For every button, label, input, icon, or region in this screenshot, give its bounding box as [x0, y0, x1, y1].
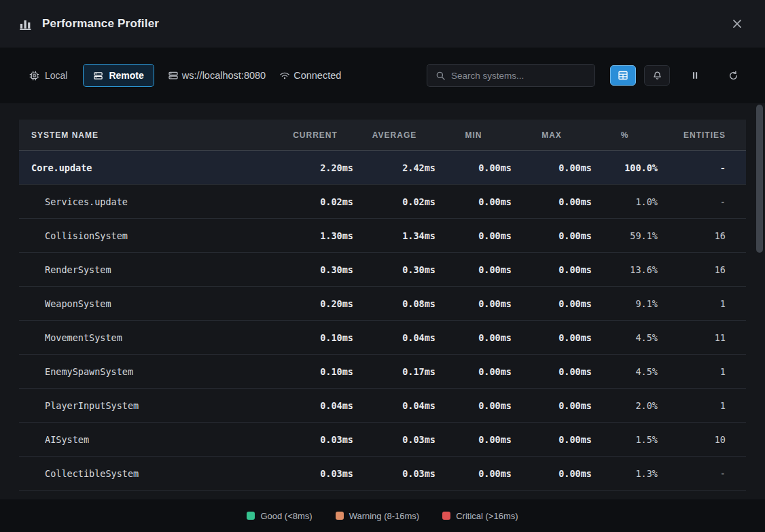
pause-button[interactable]	[682, 65, 708, 86]
legend: Good (<8ms) Warning (8-16ms) Critical (>…	[0, 499, 765, 532]
cell-average: 0.30ms	[353, 264, 435, 275]
cell-average: 0.04ms	[353, 400, 435, 411]
alerts-button[interactable]	[644, 65, 670, 86]
cell-current: 0.03ms	[277, 434, 353, 445]
cell-system-name: Services.update	[19, 196, 277, 207]
cell-system-name: AISystem	[19, 434, 277, 445]
pause-icon	[690, 71, 700, 80]
profiler-window: Performance Profiler	[0, 0, 765, 532]
cell-average: 0.17ms	[353, 366, 435, 377]
cell-system-name: EnemySpawnSystem	[19, 366, 277, 377]
ws-url-text: ws://localhost:8080	[182, 70, 266, 81]
cell-max: 0.00ms	[512, 298, 592, 309]
table-row[interactable]: RenderSystem 0.30ms 0.30ms 0.00ms 0.00ms…	[19, 253, 746, 287]
table-header-row: SYSTEM NAME CURRENT AVERAGE MIN MAX % EN…	[19, 120, 746, 151]
table-row[interactable]: WeaponSystem 0.20ms 0.08ms 0.00ms 0.00ms…	[19, 287, 746, 321]
table-row[interactable]: AISystem 0.03ms 0.03ms 0.00ms 0.00ms 1.5…	[19, 423, 746, 457]
cell-entities: -	[658, 162, 726, 173]
cell-current: 1.30ms	[277, 230, 353, 241]
table-row[interactable]: Services.update 0.02ms 0.02ms 0.00ms 0.0…	[19, 185, 746, 219]
cell-system-name: CollisionSystem	[19, 230, 277, 241]
legend-swatch	[336, 512, 344, 520]
column-header-percent: %	[592, 130, 658, 140]
cell-max: 0.00ms	[512, 332, 592, 343]
cell-max: 0.00ms	[512, 434, 592, 445]
legend-swatch	[442, 512, 450, 520]
cell-average: 1.34ms	[353, 230, 435, 241]
cell-system-name: PlayerInputSystem	[19, 400, 277, 411]
cell-system-name: Core.update	[19, 162, 277, 173]
column-header-min: MIN	[435, 130, 512, 140]
cell-percent: 13.6%	[592, 264, 658, 275]
remote-button-label: Remote	[109, 70, 143, 81]
table-row[interactable]: Core.update 2.20ms 2.42ms 0.00ms 0.00ms …	[19, 151, 746, 185]
cell-entities: -	[658, 196, 726, 207]
close-icon	[731, 18, 743, 30]
table-row[interactable]: PlayerInputSystem 0.04ms 0.04ms 0.00ms 0…	[19, 389, 746, 423]
cell-average: 0.03ms	[353, 468, 435, 479]
column-header-current: CURRENT	[277, 130, 353, 140]
refresh-button[interactable]	[720, 65, 746, 86]
scrollbar-thumb[interactable]	[756, 105, 763, 253]
cell-current: 0.10ms	[277, 332, 353, 343]
cell-entities: 11	[658, 332, 726, 343]
cell-entities: -	[658, 468, 726, 479]
cell-max: 0.00ms	[512, 162, 592, 173]
table-row[interactable]: MovementSystem 0.10ms 0.04ms 0.00ms 0.00…	[19, 321, 746, 355]
cell-min: 0.00ms	[435, 400, 512, 411]
cell-max: 0.00ms	[512, 400, 592, 411]
server-icon	[93, 71, 103, 81]
cell-percent: 4.5%	[592, 366, 658, 377]
search-box	[427, 64, 595, 87]
legend-item: Critical (>16ms)	[442, 511, 518, 521]
legend-label: Good (<8ms)	[260, 511, 312, 521]
bell-icon	[652, 71, 662, 81]
table-view-button[interactable]	[610, 65, 636, 86]
table-row[interactable]: CollisionSystem 1.30ms 1.34ms 0.00ms 0.0…	[19, 219, 746, 253]
table-row[interactable]: CollectibleSystem 0.03ms 0.03ms 0.00ms 0…	[19, 457, 746, 491]
cell-min: 0.00ms	[435, 162, 512, 173]
search-input[interactable]	[451, 71, 586, 81]
column-header-entities: ENTITIES	[658, 130, 726, 140]
cell-percent: 4.5%	[592, 332, 658, 343]
cell-current: 0.04ms	[277, 400, 353, 411]
cell-percent: 2.0%	[592, 400, 658, 411]
legend-label: Warning (8-16ms)	[349, 511, 420, 521]
cell-max: 0.00ms	[512, 230, 592, 241]
legend-item: Good (<8ms)	[247, 511, 312, 521]
table-grid-icon	[618, 70, 628, 81]
cell-current: 0.30ms	[277, 264, 353, 275]
cell-current: 0.03ms	[277, 468, 353, 479]
bar-chart-icon	[19, 17, 33, 31]
cell-system-name: WeaponSystem	[19, 298, 277, 309]
refresh-icon	[728, 71, 739, 81]
cell-max: 0.00ms	[512, 366, 592, 377]
search-icon	[435, 71, 446, 81]
connection-status: Connected	[279, 70, 341, 81]
close-button[interactable]	[728, 15, 746, 33]
cell-average: 0.03ms	[353, 434, 435, 445]
toolbar: Local Remote w	[0, 48, 765, 103]
cpu-icon	[29, 71, 39, 81]
legend-item: Warning (8-16ms)	[336, 511, 420, 521]
cell-min: 0.00ms	[435, 298, 512, 309]
cell-min: 0.00ms	[435, 196, 512, 207]
cell-percent: 9.1%	[592, 298, 658, 309]
remote-button[interactable]: Remote	[83, 64, 154, 87]
cell-min: 0.00ms	[435, 264, 512, 275]
cell-min: 0.00ms	[435, 468, 512, 479]
scrollbar-track	[756, 103, 763, 499]
cell-average: 0.04ms	[353, 332, 435, 343]
legend-swatch	[247, 512, 255, 520]
table-row[interactable]: EnemySpawnSystem 0.10ms 0.17ms 0.00ms 0.…	[19, 355, 746, 389]
cell-entities: 16	[658, 264, 726, 275]
cell-system-name: MovementSystem	[19, 332, 277, 343]
local-button[interactable]: Local	[19, 64, 77, 87]
cell-current: 2.20ms	[277, 162, 353, 173]
cell-min: 0.00ms	[435, 366, 512, 377]
table-area: SYSTEM NAME CURRENT AVERAGE MIN MAX % EN…	[0, 103, 765, 499]
local-button-label: Local	[45, 70, 67, 81]
column-header-system-name: SYSTEM NAME	[19, 130, 277, 140]
cell-percent: 1.5%	[592, 434, 658, 445]
cell-entities: 1	[658, 366, 726, 377]
